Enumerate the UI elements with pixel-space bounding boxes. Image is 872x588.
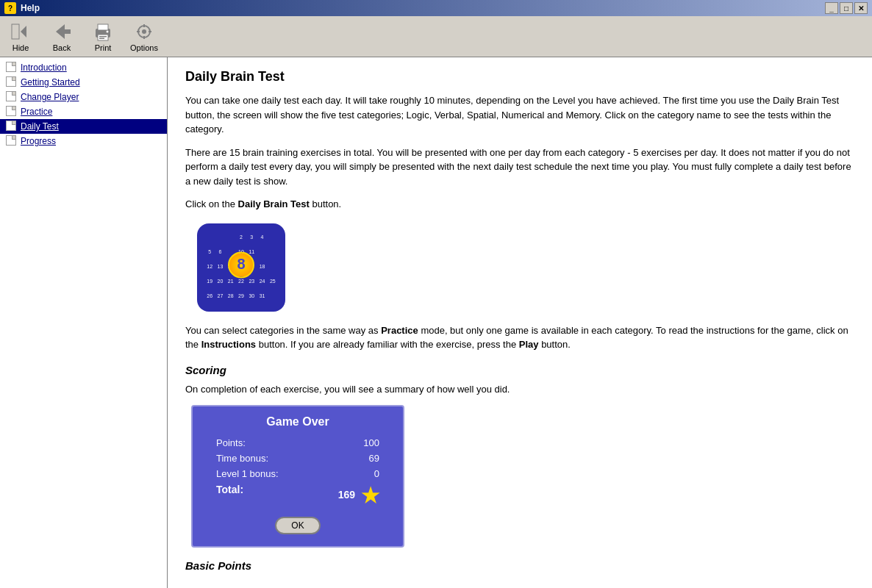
print-button[interactable]: Print xyxy=(88,21,118,52)
scoring-para: On completion of each exercise, you will… xyxy=(185,382,854,397)
options-label: Options xyxy=(130,43,158,52)
sidebar-icon-progress xyxy=(6,135,18,147)
print-label: Print xyxy=(95,43,112,52)
sidebar-label-introduction: Introduction xyxy=(21,62,67,73)
svg-rect-7 xyxy=(99,36,107,37)
sidebar-item-introduction[interactable]: Introduction xyxy=(0,60,167,75)
star-icon: ★ xyxy=(361,484,379,508)
sidebar-label-getting-started: Getting Started xyxy=(21,77,80,87)
back-label: Back xyxy=(53,43,71,52)
sidebar-label-practice: Practice xyxy=(21,107,52,117)
svg-point-11 xyxy=(142,29,146,34)
svg-rect-3 xyxy=(63,29,71,34)
back-button[interactable]: Back xyxy=(47,21,76,52)
cal-cell: 13 xyxy=(215,260,225,275)
svg-rect-8 xyxy=(99,37,104,39)
cal-cell: 25 xyxy=(268,275,278,290)
svg-rect-5 xyxy=(98,24,108,30)
cal-cell: 6 xyxy=(215,245,225,260)
sidebar-icon-getting-started xyxy=(6,76,18,88)
content-area: Daily Brain Test You can take one daily … xyxy=(168,57,872,588)
sidebar-item-daily-test[interactable]: Daily Test xyxy=(0,119,167,134)
cal-cell: 29 xyxy=(236,290,246,304)
score-row-time-bonus: Time bonus: 69 xyxy=(204,453,391,464)
back-icon xyxy=(51,21,72,42)
cal-cell: 12 xyxy=(204,260,215,275)
score-row-total: Total: 169 ★ xyxy=(204,484,391,508)
ok-btn-row: OK xyxy=(204,517,391,534)
window-controls: _ □ ✕ xyxy=(825,2,868,14)
cal-cell: 4 xyxy=(257,231,267,245)
score-row-level-bonus: Level 1 bonus: 0 xyxy=(204,468,391,479)
game-over-title: Game Over xyxy=(204,415,391,429)
calendar-inner: 2 3 4 5 6 10 11 12 13 14 xyxy=(203,229,279,306)
cal-cell: 28 xyxy=(226,290,236,304)
cal-cell: 30 xyxy=(246,290,257,304)
main-layout: Introduction Getting Started Change Play… xyxy=(0,57,872,588)
play-bold: Play xyxy=(519,339,539,350)
cal-cell: 18 xyxy=(257,260,267,275)
cal-cell xyxy=(257,245,267,260)
sidebar-icon-introduction xyxy=(6,62,18,74)
time-bonus-value: 69 xyxy=(369,453,379,464)
svg-rect-0 xyxy=(12,24,19,39)
paragraph-3: Click on the Daily Brain Test button. xyxy=(185,197,854,212)
cal-cell xyxy=(204,231,215,245)
sidebar-label-change-player: Change Player xyxy=(21,92,79,102)
cal-cell: 19 xyxy=(204,275,215,290)
sidebar-label-daily-test: Daily Test xyxy=(21,121,59,132)
sidebar-item-practice[interactable]: Practice xyxy=(0,104,167,119)
ok-button[interactable]: OK xyxy=(275,517,320,534)
time-bonus-label: Time bonus: xyxy=(216,453,268,464)
hide-icon xyxy=(10,21,31,42)
hide-button[interactable]: Hide xyxy=(6,21,35,52)
total-label: Total: xyxy=(216,484,243,508)
calendar-day-number: 8 xyxy=(228,251,254,278)
hide-label: Hide xyxy=(12,43,29,52)
cal-cell: 20 xyxy=(215,275,225,290)
app-icon: ? xyxy=(4,2,16,14)
cal-cell xyxy=(268,245,278,260)
calendar-button-image: 2 3 4 5 6 10 11 12 13 14 xyxy=(197,223,285,312)
title-bar-text: Help xyxy=(21,3,40,13)
daily-brain-test-bold: Daily Brain Test xyxy=(238,198,310,209)
sidebar-label-progress: Progress xyxy=(21,136,56,146)
cal-cell: 2 xyxy=(236,231,246,245)
cal-cell: 26 xyxy=(204,290,215,304)
total-value: 169 ★ xyxy=(338,484,379,508)
scoring-title: Scoring xyxy=(185,364,854,376)
score-row-points: Points: 100 xyxy=(204,437,391,448)
points-value: 100 xyxy=(363,437,379,448)
paragraph-2: There are 15 brain training exercises in… xyxy=(185,146,854,189)
cal-cell xyxy=(268,260,278,275)
cal-cell: 5 xyxy=(204,245,215,260)
page-title: Daily Brain Test xyxy=(185,69,854,85)
toolbar: Hide Back Print xyxy=(0,16,872,57)
instructions-bold: Instructions xyxy=(201,339,256,350)
cal-cell: 23 xyxy=(246,275,257,290)
options-button[interactable]: Options xyxy=(129,21,159,52)
sidebar-item-change-player[interactable]: Change Player xyxy=(0,90,167,104)
level-bonus-label: Level 1 bonus: xyxy=(216,468,279,479)
cal-cell: 27 xyxy=(215,290,225,304)
cal-cell: 31 xyxy=(257,290,267,304)
cal-cell xyxy=(215,231,225,245)
minimize-button[interactable]: _ xyxy=(825,2,838,14)
maximize-button[interactable]: □ xyxy=(840,2,853,14)
sidebar-item-progress[interactable]: Progress xyxy=(0,134,167,148)
close-button[interactable]: ✕ xyxy=(854,2,868,14)
sidebar-icon-change-player xyxy=(6,91,18,103)
paragraph-4: You can select categories in the same wa… xyxy=(185,323,854,352)
sidebar-icon-practice xyxy=(6,106,18,118)
level-bonus-value: 0 xyxy=(374,468,379,479)
cal-cell: 24 xyxy=(257,275,267,290)
sidebar-item-getting-started[interactable]: Getting Started xyxy=(0,75,167,90)
game-over-box: Game Over Points: 100 Time bonus: 69 Lev… xyxy=(191,405,404,548)
svg-marker-1 xyxy=(21,26,26,37)
sidebar: Introduction Getting Started Change Play… xyxy=(0,57,168,588)
cal-cell xyxy=(268,231,278,245)
points-label: Points: xyxy=(216,437,246,448)
print-icon xyxy=(93,21,113,42)
sidebar-icon-daily-test xyxy=(6,121,18,132)
svg-point-9 xyxy=(107,30,109,32)
